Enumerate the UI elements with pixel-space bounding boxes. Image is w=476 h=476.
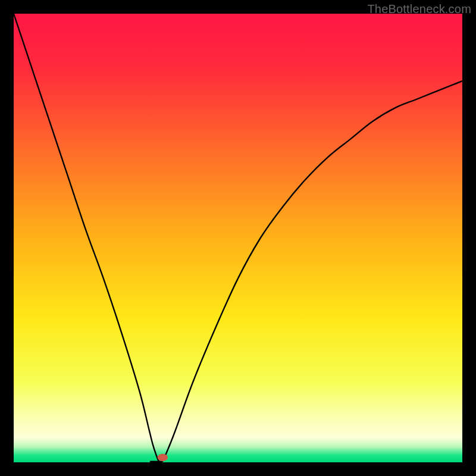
plot-area xyxy=(14,14,462,462)
chart-frame: TheBottleneck.com xyxy=(0,0,476,476)
bottleneck-curve xyxy=(14,14,462,462)
curve-layer xyxy=(14,14,462,462)
watermark-text: TheBottleneck.com xyxy=(367,2,471,16)
optimal-marker xyxy=(158,454,168,461)
